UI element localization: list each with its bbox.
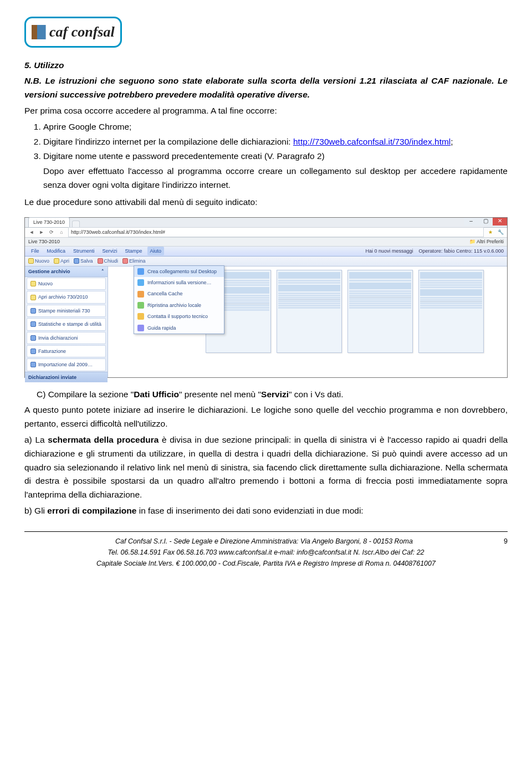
logo-text: caf confsal bbox=[49, 20, 115, 44]
page-number: 9 bbox=[504, 536, 508, 547]
bill-icon bbox=[30, 348, 36, 354]
after-c-paragraph: A questo punto potete iniziare ad inseri… bbox=[24, 403, 508, 431]
menu-strumenti[interactable]: Strumenti bbox=[70, 247, 98, 255]
step-2: Digitare l'indirizzo internet per la com… bbox=[43, 135, 508, 149]
dropdown-item[interactable]: Ripristina archivio locale bbox=[134, 300, 224, 311]
folder-icon bbox=[30, 295, 36, 300]
step-3: Digitare nome utente e password preceden… bbox=[43, 150, 508, 192]
delete-icon bbox=[122, 258, 128, 264]
menu-file[interactable]: File bbox=[28, 247, 42, 255]
bookmark-star-icon[interactable]: ★ bbox=[487, 228, 494, 236]
step-2-lead: Digitare l'indirizzo internet per la com… bbox=[43, 137, 293, 146]
intro-2: Le due procedure sono attivabili dal men… bbox=[24, 196, 508, 209]
close-icon-tool bbox=[98, 258, 103, 264]
import-icon bbox=[30, 362, 36, 367]
tool-nuovo[interactable]: Nuovo bbox=[28, 257, 49, 265]
page-footer: 9 Caf Confsal S.r.l. - Sede Legale e Dir… bbox=[24, 536, 508, 569]
dropdown-item[interactable]: Crea collegamento sul Desktop bbox=[134, 266, 224, 277]
send-icon bbox=[30, 335, 36, 341]
sidebar-header[interactable]: Gestione archivio ˄ bbox=[25, 266, 108, 277]
browser-tab[interactable]: Live 730-2010 bbox=[28, 217, 70, 227]
sidebar: Gestione archivio ˄ Nuovo Apri archivio … bbox=[25, 266, 108, 377]
index-link[interactable]: http://730web.cafconfsal.it/730/index.ht… bbox=[293, 137, 451, 146]
aiuto-dropdown: Crea collegamento sul Desktop Informazio… bbox=[134, 265, 224, 334]
footer-web-link[interactable]: www.cafconfsal.it bbox=[219, 549, 272, 556]
form-thumbnail[interactable] bbox=[277, 270, 342, 353]
menu-stampe[interactable]: Stampe bbox=[122, 247, 145, 255]
open-icon bbox=[54, 258, 59, 264]
tool-salva[interactable]: Salva bbox=[74, 257, 93, 265]
bookmarks-bar: Live 730-2010 📁 Altri Preferiti bbox=[25, 238, 507, 247]
sidebar-item[interactable]: Stampe ministeriali 730 bbox=[27, 305, 106, 317]
info-icon bbox=[137, 279, 144, 286]
point-a: a) La schermata della procedura è divisa… bbox=[24, 433, 508, 502]
intro-text: Per prima cosa occorre accedere al progr… bbox=[24, 104, 508, 118]
after-step-3: Dopo aver effettuato l'accesso al progra… bbox=[43, 165, 508, 192]
point-c: C) Compilare la sezione "Dati Ufficio" p… bbox=[37, 388, 508, 402]
sidebar-footer-header[interactable]: Dichiarazioni inviate bbox=[25, 372, 108, 382]
stat-icon bbox=[30, 321, 36, 327]
window-controls: – ▢ ✕ bbox=[464, 218, 507, 225]
print-icon bbox=[30, 308, 36, 314]
menu-modifica[interactable]: Modifica bbox=[44, 247, 69, 255]
restore-icon bbox=[137, 302, 144, 309]
dropdown-item[interactable]: Informazioni sulla versione… bbox=[134, 277, 224, 288]
app-toolbar: Nuovo Apri Salva Chiudi Elimina bbox=[25, 257, 507, 266]
minimize-icon[interactable]: – bbox=[464, 218, 478, 225]
new-tab-button[interactable] bbox=[72, 221, 80, 227]
step-2-tail: ; bbox=[451, 137, 453, 146]
close-icon[interactable]: ✕ bbox=[493, 218, 507, 225]
footer-line-1: Caf Confsal S.r.l. - Sede Legale e Direz… bbox=[24, 536, 508, 547]
wrench-icon[interactable]: 🔧 bbox=[497, 228, 504, 236]
file-icon bbox=[30, 281, 36, 286]
sidebar-item[interactable]: Fatturazione bbox=[27, 345, 106, 357]
home-icon[interactable]: ⌂ bbox=[58, 228, 65, 236]
menu-servizi[interactable]: Servizi bbox=[100, 247, 120, 255]
section-5-note: N.B. Le istruzioni che seguono sono stat… bbox=[24, 74, 508, 102]
status-operator: Operatore: fabio Centro: 115 v.0.6.000 bbox=[419, 247, 504, 255]
collapse-icon: ˄ bbox=[101, 268, 104, 275]
footer-line-2: Tel. 06.58.14.591 Fax 06.58.16.703 www.c… bbox=[24, 547, 508, 558]
dropdown-item[interactable]: Cancella Cache bbox=[134, 288, 224, 299]
browser-tabbar: Live 730-2010 bbox=[25, 218, 507, 228]
sidebar-item[interactable]: Apri archivio 730/2010 bbox=[27, 291, 106, 303]
sidebar-item[interactable]: Importazione dal 2009… bbox=[27, 358, 106, 371]
app-menubar: File Modifica Strumenti Servizi Stampe A… bbox=[25, 247, 507, 257]
form-thumbnail[interactable] bbox=[418, 270, 484, 353]
step-1: Aprire Google Chrome; bbox=[43, 120, 508, 134]
desktop-icon bbox=[137, 268, 144, 275]
menu-aiuto[interactable]: Aiuto bbox=[147, 247, 165, 255]
status-messages: Hai 0 nuovi messaggi bbox=[366, 247, 413, 255]
clear-icon bbox=[137, 291, 144, 298]
sidebar-item[interactable]: Nuovo bbox=[27, 278, 106, 290]
embedded-screenshot: – ▢ ✕ Live 730-2010 ◄ ► ⟳ ⌂ http://730we… bbox=[24, 217, 508, 378]
reload-icon[interactable]: ⟳ bbox=[48, 228, 55, 236]
header-logo: caf confsal bbox=[24, 17, 122, 48]
other-bookmarks[interactable]: 📁 Altri Preferiti bbox=[469, 238, 504, 245]
tool-chiudi[interactable]: Chiudi bbox=[98, 257, 119, 265]
sidebar-item[interactable]: Statistiche e stampe di utilità bbox=[27, 318, 106, 330]
save-icon bbox=[74, 258, 79, 264]
tool-elimina[interactable]: Elimina bbox=[122, 257, 146, 265]
address-bar-row: ◄ ► ⟳ ⌂ http://730web.cafconfsal.it/730/… bbox=[25, 228, 507, 238]
maximize-icon[interactable]: ▢ bbox=[478, 218, 493, 225]
logo-mark-icon bbox=[32, 25, 46, 39]
step-3-text: Digitare nome utente e password preceden… bbox=[43, 151, 325, 161]
url-input[interactable]: http://730web.cafconfsal.it/730/index.ht… bbox=[68, 227, 484, 237]
point-b: b) Gli errori di compilazione in fase di… bbox=[24, 504, 508, 518]
footer-rule bbox=[24, 531, 508, 532]
bookmark-item[interactable]: Live 730-2010 bbox=[28, 238, 60, 245]
steps-list: Aprire Google Chrome; Digitare l'indiriz… bbox=[43, 120, 508, 192]
support-icon bbox=[137, 313, 144, 320]
dropdown-item[interactable]: Guida rapida bbox=[134, 322, 224, 334]
tool-apri[interactable]: Apri bbox=[54, 257, 69, 265]
form-thumbnail[interactable] bbox=[347, 270, 413, 353]
forward-icon[interactable]: ► bbox=[38, 228, 45, 236]
section-5-heading: 5. Utilizzo bbox=[24, 59, 508, 73]
main-panel: Crea collegamento sul Desktop Informazio… bbox=[108, 266, 507, 377]
footer-line-3: Capitale Sociale Int.Vers. € 100.000,00 … bbox=[24, 558, 508, 569]
back-icon[interactable]: ◄ bbox=[28, 228, 35, 236]
new-icon bbox=[28, 258, 34, 264]
sidebar-item[interactable]: Invia dichiarazioni bbox=[27, 332, 106, 344]
dropdown-item[interactable]: Contatta il supporto tecnico bbox=[134, 311, 224, 322]
